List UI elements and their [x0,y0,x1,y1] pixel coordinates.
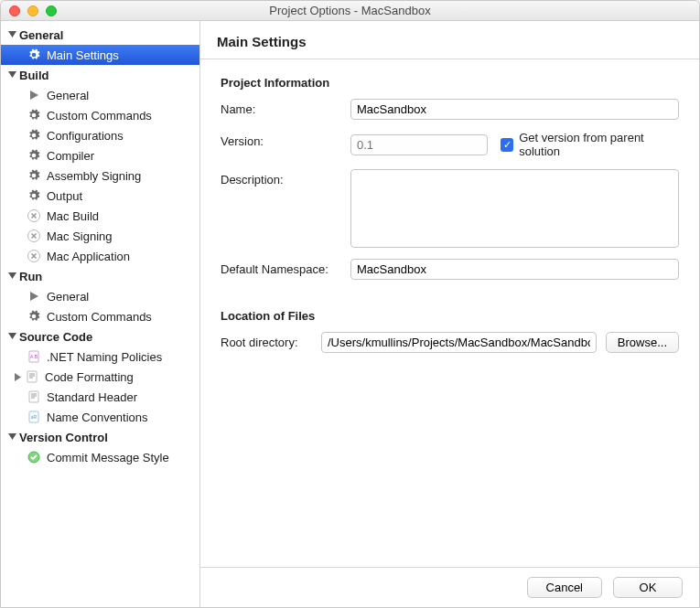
section-location-title: Location of Files [221,309,679,323]
sidebar-item-label: Mac Signing [47,229,113,243]
disclosure-triangle-icon[interactable] [6,271,17,282]
svg-marker-6 [8,272,16,279]
sidebar-section-general[interactable]: General [1,25,199,45]
sidebar-item-name-conventions[interactable]: aR Name Conventions [1,407,199,427]
x-icon [27,249,41,263]
sidebar-item-code-formatting[interactable]: Code Formatting [1,367,199,387]
document-icon [27,389,41,404]
root-directory-input[interactable] [321,332,597,353]
disclosure-triangle-icon[interactable] [12,371,23,382]
description-textarea[interactable] [350,169,679,248]
default-namespace-input[interactable] [350,259,679,280]
sidebar-item-net-naming-policies[interactable]: A.B .NET Naming Policies [1,347,199,367]
sidebar-item-label: General [47,89,89,102]
description-label: Description: [221,169,339,187]
name-input[interactable] [350,99,679,120]
panel-header: Main Settings [200,21,699,59]
sidebar-item-label: Code Formatting [45,370,134,384]
version-label: Version: [221,131,339,148]
checkmark-icon: ✓ [501,138,513,152]
svg-marker-7 [30,292,38,301]
gear-icon [27,168,41,183]
svg-rect-13 [29,391,38,402]
gear-icon [27,188,41,203]
sidebar-item-mac-application[interactable]: Mac Application [1,246,199,266]
document-icon [25,369,39,384]
disclosure-triangle-icon[interactable] [6,432,17,443]
sidebar-section-label: Source Code [19,330,92,344]
panel-title: Main Settings [217,34,683,49]
sidebar-item-label: Main Settings [47,48,119,62]
window-controls [9,5,57,16]
sidebar-item-main-settings[interactable]: Main Settings [1,45,199,65]
version-from-parent-checkbox[interactable]: ✓ Get version from parent solution [501,131,679,158]
svg-marker-0 [8,31,16,37]
gear-icon [27,309,41,324]
sidebar-section-label: Version Control [19,431,108,444]
window: Project Options - MacSandbox General [0,0,700,608]
sidebar-item-run-custom-commands[interactable]: Custom Commands [1,306,199,326]
sidebar-item-output[interactable]: Output [1,186,199,206]
sidebar-item-compiler[interactable]: Compiler [1,145,199,165]
sidebar-item-run-general[interactable]: General [1,286,199,306]
default-namespace-label: Default Namespace: [221,259,339,276]
sidebar-section-label: Run [19,270,42,283]
svg-text:aR: aR [31,414,38,420]
sidebar-section-run[interactable]: Run [1,266,199,286]
sidebar-item-label: Custom Commands [47,310,152,324]
disclosure-triangle-icon[interactable] [6,29,17,40]
titlebar: Project Options - MacSandbox [1,1,699,21]
svg-text:A.B: A.B [30,354,38,359]
check-circle-icon [27,450,41,464]
sidebar-item-label: Configurations [47,129,124,143]
gear-icon [27,148,41,163]
disclosure-triangle-icon[interactable] [6,331,17,342]
gear-icon [27,48,41,62]
sidebar-item-custom-commands[interactable]: Custom Commands [1,105,199,125]
cancel-button[interactable]: Cancel [527,577,602,598]
disclosure-triangle-icon[interactable] [6,69,17,80]
x-icon [27,208,41,223]
sidebar-item-assembly-signing[interactable]: Assembly Signing [1,165,199,186]
zoom-icon[interactable] [46,5,57,16]
button-bar: Cancel OK [200,567,699,607]
window-title: Project Options - MacSandbox [269,4,430,17]
sidebar-section-build[interactable]: Build [1,65,199,85]
sidebar-item-commit-message-style[interactable]: Commit Message Style [1,447,199,467]
sidebar-section-version-control[interactable]: Version Control [1,427,199,447]
sidebar-item-label: Compiler [47,149,94,163]
gear-icon [27,128,41,143]
svg-rect-12 [27,371,37,382]
sidebar-section-label: General [19,28,63,42]
root-directory-label: Root directory: [221,336,312,349]
document-icon: aR [27,410,41,424]
panel: Main Settings Project Information Name: … [200,21,699,607]
sidebar-item-label: Mac Build [47,209,99,223]
sidebar-section-label: Build [19,69,49,82]
sidebar-item-label: Assembly Signing [47,169,141,183]
play-icon [27,88,41,102]
sidebar-item-mac-build[interactable]: Mac Build [1,206,199,226]
sidebar-item-mac-signing[interactable]: Mac Signing [1,226,199,246]
svg-marker-2 [30,91,38,100]
x-icon [27,229,41,243]
sidebar-item-label: General [47,290,89,304]
gear-icon [27,108,41,123]
sidebar-item-label: Commit Message Style [47,451,169,464]
play-icon [27,289,41,304]
minimize-icon[interactable] [27,5,38,16]
svg-marker-16 [8,433,16,440]
browse-button[interactable]: Browse... [606,332,679,353]
sidebar-item-label: Custom Commands [47,109,152,123]
sidebar-item-configurations[interactable]: Configurations [1,125,199,145]
sidebar-item-standard-header[interactable]: Standard Header [1,387,199,407]
close-icon[interactable] [9,5,20,16]
svg-marker-8 [8,333,16,339]
document-icon: A.B [27,349,41,364]
sidebar-section-source-code[interactable]: Source Code [1,326,199,347]
svg-marker-1 [8,71,16,78]
sidebar-item-build-general[interactable]: General [1,85,199,105]
sidebar-item-label: Standard Header [47,390,137,404]
ok-button[interactable]: OK [613,577,683,598]
section-project-info-title: Project Information [221,76,679,90]
